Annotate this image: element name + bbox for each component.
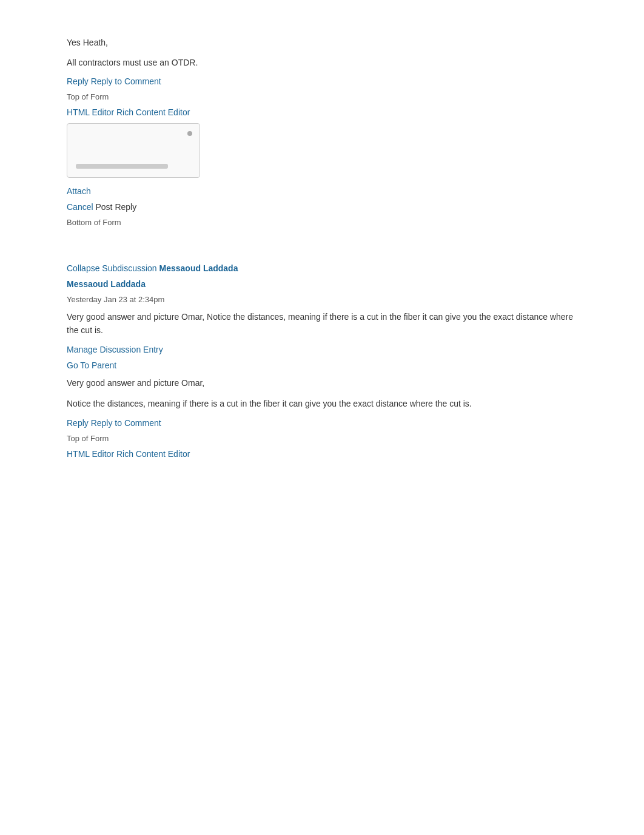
first-line: Yes Heath, — [67, 36, 577, 49]
author-name-link[interactable]: Messaoud Laddada — [67, 279, 146, 289]
cancel-post-row-1: Cancel Post Reply — [67, 202, 577, 212]
attach-row-1: Attach — [67, 186, 577, 196]
editor-inner-1 — [76, 164, 191, 169]
reply-to-comment-link-1[interactable]: Reply to Comment — [91, 76, 161, 86]
body-text-full: Very good answer and picture Omar, Notic… — [67, 310, 577, 337]
reply-row-1: Reply Reply to Comment — [67, 76, 577, 86]
subdiscussion-section: Collapse Subdiscussion Messaoud Laddada … — [67, 263, 577, 459]
body-short-2: Notice the distances, meaning if there i… — [67, 397, 577, 410]
html-editor-link-2[interactable]: HTML Editor — [67, 449, 114, 459]
attach-link-1[interactable]: Attach — [67, 186, 91, 196]
collapse-subdiscussion-link[interactable]: Collapse Subdiscussion — [67, 263, 157, 273]
manage-discussion-entry-link[interactable]: Manage Discussion Entry — [67, 345, 163, 354]
cancel-link-1[interactable]: Cancel — [67, 202, 93, 212]
rich-content-editor-link-2[interactable]: Rich Content Editor — [116, 449, 190, 459]
rich-content-editor-link-1[interactable]: Rich Content Editor — [116, 107, 190, 117]
go-to-parent-link[interactable]: Go To Parent — [67, 360, 116, 370]
editor-box-1[interactable] — [67, 123, 200, 178]
top-of-form-1: Top of Form — [67, 92, 577, 101]
go-to-parent-row: Go To Parent — [67, 360, 577, 370]
top-of-form-2: Top of Form — [67, 434, 577, 443]
reply-link-1[interactable]: Reply — [67, 76, 89, 86]
bottom-of-form-1: Bottom of Form — [67, 218, 577, 227]
editor-dot-1 — [187, 131, 192, 136]
collapse-subdiscussion-row: Collapse Subdiscussion Messaoud Laddada — [67, 263, 577, 273]
editor-tabs-row-1: HTML Editor Rich Content Editor — [67, 107, 577, 117]
reply-link-2[interactable]: Reply — [67, 418, 89, 428]
timestamp: Yesterday Jan 23 at 2:34pm — [67, 295, 577, 304]
manage-discussion-entry-row: Manage Discussion Entry — [67, 345, 577, 354]
html-editor-link-1[interactable]: HTML Editor — [67, 107, 114, 117]
post-reply-label-1: Post Reply — [95, 202, 136, 212]
section-divider — [67, 233, 577, 257]
reply-row-2: Reply Reply to Comment — [67, 418, 577, 428]
reply-to-comment-link-2[interactable]: Reply to Comment — [91, 418, 161, 428]
author-name-inline-link[interactable]: Messaoud Laddada — [159, 263, 238, 273]
body-short-1: Very good answer and picture Omar, — [67, 376, 577, 390]
second-line: All contractors must use an OTDR. — [67, 56, 577, 69]
editor-tabs-row-2: HTML Editor Rich Content Editor — [67, 449, 577, 459]
author-name-row: Messaoud Laddada — [67, 279, 577, 289]
first-comment-section: Yes Heath, All contractors must use an O… — [67, 36, 577, 227]
editor-placeholder-bar-1 — [76, 164, 168, 169]
